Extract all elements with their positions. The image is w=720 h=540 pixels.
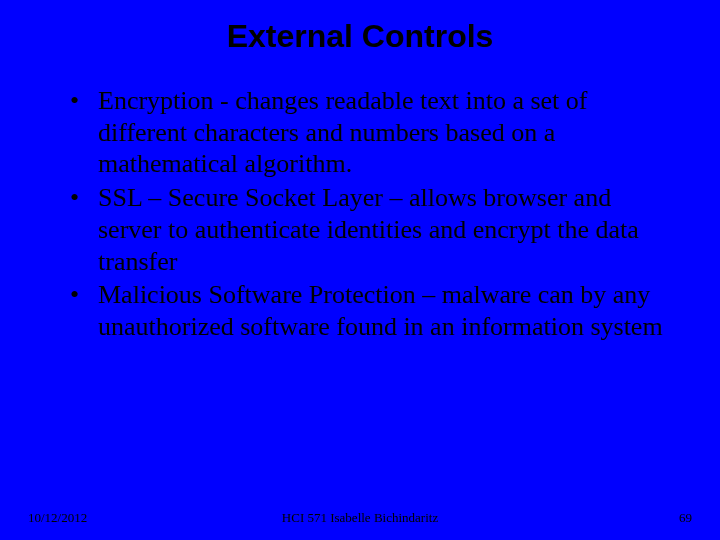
bullet-list: Encryption - changes readable text into … <box>70 85 665 343</box>
bullet-item: Malicious Software Protection – malware … <box>70 279 665 342</box>
bullet-item: SSL – Secure Socket Layer – allows brows… <box>70 182 665 277</box>
footer-page-number: 69 <box>679 510 692 526</box>
slide-content: Encryption - changes readable text into … <box>0 85 720 343</box>
bullet-item: Encryption - changes readable text into … <box>70 85 665 180</box>
slide-title: External Controls <box>0 0 720 85</box>
footer-center: HCI 571 Isabelle Bichindaritz <box>0 510 720 526</box>
